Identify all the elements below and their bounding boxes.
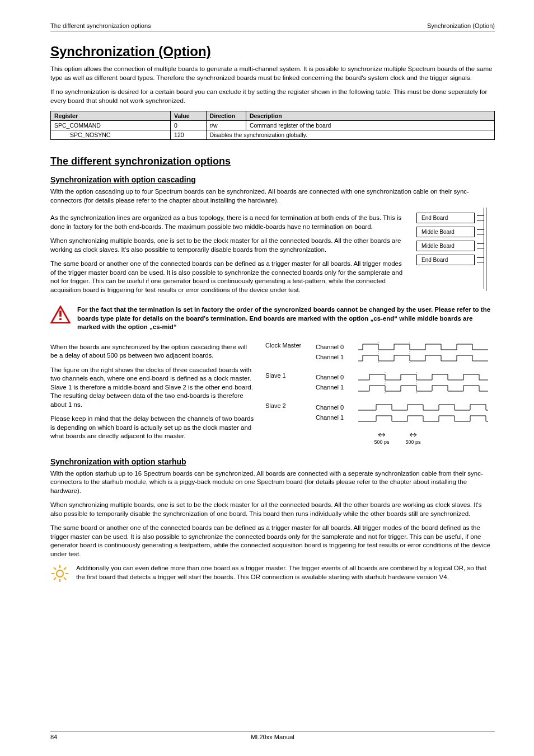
clockfig-ch0-label: Channel 0: [316, 342, 356, 352]
cascading-para-3: When synchronizing multiple boards, one …: [50, 237, 406, 254]
cell-description: Disables the synchronization globally.: [206, 130, 494, 140]
running-head: The different synchronization options Sy…: [50, 22, 495, 31]
clock-skew-figure: Clock Master Channel 0 Channel 1: [265, 340, 495, 449]
svg-line-17: [64, 567, 66, 570]
timing-label-1: 500 ps: [374, 439, 390, 445]
cell-register: SPC_NOSYNC: [51, 130, 171, 140]
clockfig-label-master: Clock Master: [265, 342, 316, 349]
table-row: SPC_COMMAND 0 r/w Command register of th…: [51, 121, 495, 130]
svg-line-15: [64, 577, 66, 580]
clockfig-channel-labels: Channel 0 Channel 1: [316, 372, 356, 392]
clockfig-wave-master: [356, 342, 495, 364]
table-header-row: Register Value Direction Description: [51, 111, 495, 121]
info-text: Additionally you can even define more th…: [76, 564, 495, 581]
cell-value: 0: [171, 121, 206, 130]
diagram-connector-icon: [475, 227, 488, 237]
diagram-connector-icon: [475, 241, 488, 251]
col-description: Description: [246, 111, 494, 121]
register-table: Register Value Direction Description SPC…: [50, 111, 495, 140]
runhead-right: Synchronization (Option): [427, 22, 495, 29]
clockfig-row-slave2: Slave 2 Channel 0 Channel 1: [265, 402, 495, 425]
col-register: Register: [51, 111, 171, 121]
svg-line-16: [54, 577, 56, 580]
clockfig-ch0-label: Channel 0: [316, 402, 356, 412]
delay-with-figure: When the boards are synchronized by the …: [50, 340, 495, 449]
svg-point-9: [57, 570, 63, 577]
timing-label-2: 500 ps: [405, 439, 421, 445]
cell-description: Command register of the board: [246, 121, 494, 130]
delay-para-3: Please keep in mind that the delay betwe…: [50, 415, 255, 441]
page-title: Synchronization (Option): [50, 44, 495, 59]
clockfig-channel-labels: Channel 0 Channel 1: [316, 342, 356, 362]
clockfig-channel-labels: Channel 0 Channel 1: [316, 402, 356, 422]
clockfig-ch1-label: Channel 1: [316, 352, 356, 362]
svg-rect-2: [59, 318, 62, 321]
delay-para-2: The figure on the right shows the clocks…: [50, 366, 255, 410]
diagram-box-middle: Middle Board: [416, 241, 475, 251]
diagram-row: Middle Board: [416, 241, 495, 251]
clockfig-wave-slave2: [356, 402, 495, 425]
clockfig-label-slave2: Slave 2: [265, 402, 316, 409]
delay-text-column: When the boards are synchronized by the …: [50, 340, 255, 447]
intro-para-2: If no synchronization is desired for a c…: [50, 88, 495, 105]
cascading-text-column: As the synchronization lines are organiz…: [50, 210, 406, 300]
svg-rect-1: [59, 311, 62, 317]
starhub-para-1: With the option starhub up to 16 Spectru…: [50, 469, 495, 496]
table-row: SPC_NOSYNC 120 Disables the synchronizat…: [51, 130, 495, 140]
diagram-connector-icon: [475, 255, 488, 265]
clockfig-ch1-label: Channel 1: [316, 382, 356, 392]
diagram-box-middle: Middle Board: [416, 227, 475, 237]
diagram-connector-icon: [475, 213, 488, 223]
footer-center: MI.20xx Manual: [50, 734, 495, 740]
clockfig-wave-slave1: [356, 372, 495, 395]
clockfig-ch1-label: Channel 1: [316, 412, 356, 422]
warning-block: For the fact that the termination is set…: [50, 306, 495, 332]
cascading-para-4: The same board or another one of the con…: [50, 260, 406, 294]
clockfig-label-slave1: Slave 1: [265, 372, 316, 379]
page: The different synchronization options Sy…: [0, 0, 534, 756]
starhub-para-3: The same board or another one of the con…: [50, 524, 495, 558]
subsection-heading-starhub: Synchronization with option starhub: [50, 457, 495, 466]
lightbulb-icon: [50, 564, 69, 583]
subsection-heading-cascading: Synchronization with option cascading: [50, 175, 495, 184]
diagram-box-end: End Board: [416, 213, 475, 223]
col-direction: Direction: [206, 111, 246, 121]
info-block: Additionally you can even define more th…: [50, 564, 495, 583]
warning-text: For the fact that the termination is set…: [77, 306, 495, 332]
clockfig-row-master: Clock Master Channel 0 Channel 1: [265, 342, 495, 364]
clockfig-row-slave1: Slave 1 Channel 0 Channel 1: [265, 372, 495, 395]
svg-line-14: [54, 567, 56, 570]
runhead-left: The different synchronization options: [50, 22, 151, 29]
section-heading-options: The different synchronization options: [50, 156, 495, 167]
cell-value: 120: [171, 130, 206, 140]
cell-register: SPC_COMMAND: [51, 121, 171, 130]
col-value: Value: [171, 111, 206, 121]
diagram-row: Middle Board: [416, 227, 495, 237]
intro-para-1: This option allows the connection of mul…: [50, 65, 495, 82]
clockfig-ch0-label: Channel 0: [316, 372, 356, 382]
diagram-row: End Board: [416, 213, 495, 223]
diagram-row: End Board: [416, 255, 495, 265]
cascading-para-1: With the option cascading up to four Spe…: [50, 187, 495, 205]
page-footer: 84 MI.20xx Manual: [50, 731, 495, 740]
starhub-para-2: When synchronizing multiple boards, one …: [50, 501, 495, 518]
cascading-with-diagram: As the synchronization lines are organiz…: [50, 210, 495, 300]
cascading-para-2: As the synchronization lines are organiz…: [50, 214, 406, 231]
cell-direction: r/w: [206, 121, 246, 130]
clockfig-timing-row: 500 ps 500 ps: [265, 433, 495, 449]
delay-para-1: When the boards are synchronized by the …: [50, 343, 255, 360]
warning-icon: [50, 306, 71, 323]
diagram-box-end: End Board: [416, 255, 475, 265]
cascading-bus-diagram: End Board Middle Board Middle Board: [416, 210, 495, 269]
